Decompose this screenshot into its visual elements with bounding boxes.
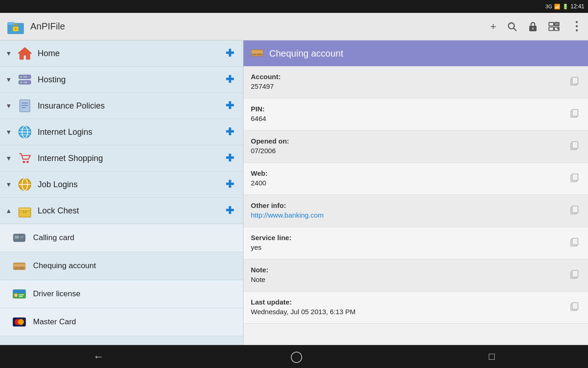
master-card-label: Master Card (33, 317, 76, 327)
detail-header: Chequing account (243, 40, 588, 66)
hosting-label: Hosting (38, 75, 222, 85)
add-internet-logins-button[interactable]: ✚ (222, 124, 237, 140)
field-pin-content: PIN: 6464 (251, 105, 568, 122)
main-content: ▼ Home ✚ ▼ Hosting (0, 40, 588, 345)
svg-point-3 (15, 28, 17, 30)
add-internet-shopping-button[interactable]: ✚ (222, 150, 237, 166)
field-account-label: Account: (251, 73, 568, 80)
svg-rect-40 (15, 236, 19, 238)
svg-rect-10 (549, 27, 554, 30)
field-service-line-label: Service line: (251, 234, 568, 242)
battery-icon: 🔋 (562, 4, 569, 10)
copy-pin-button[interactable] (568, 107, 581, 123)
item-driver-license[interactable]: Driver license (0, 280, 243, 308)
svg-rect-60 (572, 77, 578, 84)
copy-account-button[interactable] (568, 75, 581, 91)
internet-shopping-icon (17, 150, 33, 167)
field-pin: PIN: 6464 (243, 98, 588, 131)
app-logo (6, 17, 26, 37)
lock-chest-label: Lock Chest (38, 206, 222, 216)
svg-rect-68 (572, 206, 578, 213)
add-home-button[interactable]: ✚ (222, 46, 237, 61)
copy-last-update-button[interactable] (568, 300, 581, 316)
item-calling-card[interactable]: Calling card (0, 224, 243, 252)
copy-service-line-button[interactable] (568, 236, 581, 252)
svg-rect-70 (572, 238, 578, 245)
field-opened-on-value: 07/2006 (251, 147, 568, 155)
field-service-line-content: Service line: yes (251, 234, 568, 251)
add-button[interactable]: + (490, 21, 496, 33)
back-button[interactable]: ← (75, 346, 123, 367)
copy-other-info-button[interactable] (568, 203, 581, 219)
svg-rect-57 (253, 54, 256, 55)
search-button[interactable] (507, 22, 517, 32)
field-note-label: Note: (251, 266, 568, 274)
svg-rect-44 (13, 264, 25, 266)
calling-card-label: Calling card (33, 233, 74, 242)
field-last-update: Last update: Wednesday, Jul 05 2013, 6:1… (243, 292, 588, 324)
svg-point-7 (532, 28, 534, 29)
wifi-icon: 📶 (554, 4, 560, 10)
clock: 12:41 (571, 3, 584, 10)
internet-logins-icon (17, 124, 33, 140)
field-web: Web: 2400 (243, 163, 588, 195)
chevron-internet-logins: ▼ (6, 128, 14, 136)
detail-panel: Chequing account Account: 257497 PIN: 64… (243, 40, 588, 345)
svg-rect-66 (572, 174, 578, 181)
copy-opened-on-button[interactable] (568, 139, 581, 155)
chequing-account-label: Chequing account (33, 261, 96, 270)
category-hosting[interactable]: ▼ Hosting ✚ (0, 67, 243, 93)
field-account-value: 257497 (251, 82, 568, 90)
svg-rect-56 (252, 51, 263, 52)
home-button[interactable]: ◯ (272, 346, 321, 367)
app-title: AnPIFile (30, 21, 490, 32)
chevron-hosting: ▼ (6, 76, 14, 83)
more-options-button[interactable]: ⋮ (571, 19, 582, 34)
svg-rect-8 (549, 22, 554, 25)
field-web-value: 2400 (251, 179, 568, 187)
svg-point-49 (14, 293, 17, 297)
recent-apps-button[interactable]: □ (470, 347, 513, 366)
signal-icon: 3G (545, 4, 552, 9)
add-insurance-button[interactable]: ✚ (222, 98, 237, 114)
category-job-logins[interactable]: ▼ Job Logins ✚ (0, 172, 243, 198)
svg-rect-64 (572, 142, 578, 149)
field-other-info-value[interactable]: http://www.banking.com (251, 211, 568, 219)
category-internet-shopping[interactable]: ▼ Internet Shopping ✚ (0, 145, 243, 172)
svg-point-4 (509, 23, 514, 29)
field-last-update-content: Last update: Wednesday, Jul 05 2013, 6:1… (251, 298, 568, 316)
insurance-label: Insurance Policies (38, 101, 222, 111)
category-insurance[interactable]: ▼ Insurance Policies ✚ (0, 93, 243, 119)
field-web-content: Web: 2400 (251, 169, 568, 187)
copy-web-button[interactable] (568, 171, 581, 187)
field-account: Account: 257497 (243, 66, 588, 98)
category-home[interactable]: ▼ Home ✚ (0, 40, 243, 67)
add-job-logins-button[interactable]: ✚ (222, 177, 237, 192)
edit-layout-button[interactable] (548, 22, 560, 32)
copy-note-button[interactable] (568, 268, 581, 284)
field-other-info-label: Other info: (251, 201, 568, 209)
field-web-label: Web: (251, 169, 568, 177)
bottom-nav: ← ◯ □ (0, 345, 588, 368)
category-lock-chest[interactable]: ▲ Lock Chest ✚ (0, 198, 243, 224)
field-pin-value: 6464 (251, 115, 568, 122)
driver-license-label: Driver license (33, 289, 80, 299)
chequing-account-icon (11, 258, 28, 274)
svg-point-54 (18, 319, 24, 325)
internet-shopping-label: Internet Shopping (38, 154, 222, 163)
lock-button[interactable] (528, 21, 537, 32)
item-chequing-account[interactable]: Chequing account (0, 252, 243, 280)
svg-rect-62 (572, 109, 578, 116)
svg-line-5 (514, 28, 516, 30)
add-hosting-button[interactable]: ✚ (222, 72, 237, 87)
field-opened-on: Opened on: 07/2006 (243, 131, 588, 163)
field-note-content: Note: Note (251, 266, 568, 283)
field-last-update-value: Wednesday, Jul 05 2013, 6:13 PM (251, 308, 568, 316)
chevron-home: ▼ (6, 50, 14, 57)
category-internet-logins[interactable]: ▼ Internet Logins ✚ (0, 119, 243, 145)
sidebar: ▼ Home ✚ ▼ Hosting (0, 40, 243, 345)
svg-point-38 (24, 211, 26, 213)
add-lock-chest-button[interactable]: ✚ (222, 203, 237, 218)
item-master-card[interactable]: Master Card (0, 308, 243, 336)
svg-point-18 (20, 81, 22, 83)
